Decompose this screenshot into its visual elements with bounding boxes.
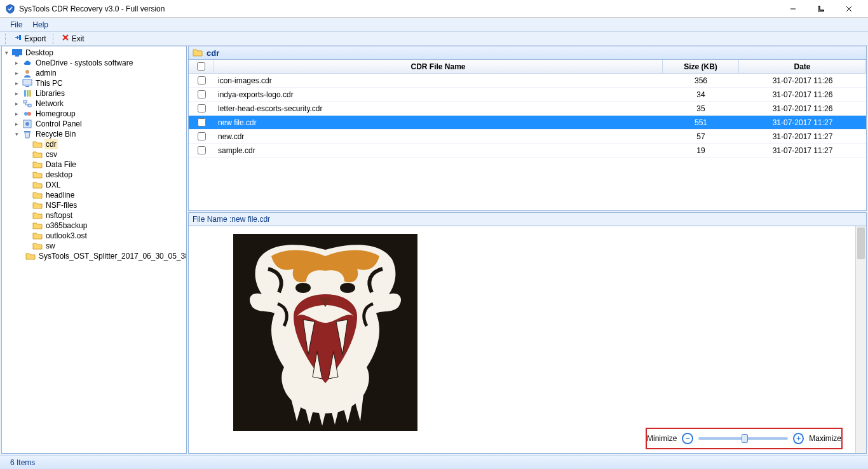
folder-icon bbox=[193, 48, 203, 58]
tree-item[interactable]: ▸Network bbox=[13, 99, 186, 109]
svg-point-11 bbox=[25, 70, 29, 74]
tree-folder[interactable]: NSF-files bbox=[24, 200, 186, 210]
row-name: sample.cdr bbox=[214, 146, 663, 155]
tree-folder-label: SysTools_OST_Splitter_2017_06_30_05_38_3… bbox=[37, 251, 187, 261]
svg-rect-6 bbox=[19, 35, 21, 40]
tree-item[interactable]: ▸OneDrive - systools software bbox=[13, 58, 186, 68]
tree-item-icon bbox=[22, 68, 32, 78]
svg-rect-16 bbox=[29, 90, 31, 97]
table-row[interactable]: new file.cdr55131-07-2017 11:27 bbox=[189, 116, 866, 130]
folder-icon bbox=[32, 221, 43, 231]
tree-folder-label: DXL bbox=[44, 180, 62, 190]
row-date: 31-07-2017 11:27 bbox=[739, 132, 866, 141]
tree-root[interactable]: ▾ Desktop bbox=[3, 48, 186, 58]
row-checkbox[interactable] bbox=[198, 76, 206, 85]
toolbar-grip bbox=[5, 34, 8, 44]
export-label: Export bbox=[24, 34, 46, 43]
tree-item-label: OneDrive - systools software bbox=[34, 58, 134, 68]
preview-scrollbar[interactable] bbox=[855, 226, 866, 453]
table-row[interactable]: sample.cdr1931-07-2017 11:27 bbox=[189, 144, 866, 158]
column-checkbox[interactable] bbox=[189, 60, 214, 73]
folder-icon bbox=[32, 139, 43, 149]
table-row[interactable]: letter-head-escorts-security.cdr3531-07-… bbox=[189, 102, 866, 116]
table-row[interactable]: new.cdr5731-07-2017 11:27 bbox=[189, 130, 866, 144]
menu-file[interactable]: File bbox=[5, 19, 27, 31]
zoom-in-button[interactable]: + bbox=[793, 433, 804, 444]
expand-icon[interactable]: ▸ bbox=[13, 60, 20, 67]
tree-folder-label: desktop bbox=[44, 170, 74, 180]
zoom-max-label: Maximize bbox=[809, 434, 841, 443]
row-checkbox-cell bbox=[189, 76, 214, 85]
tree-folder[interactable]: Data File bbox=[24, 160, 186, 170]
tree-folder[interactable]: desktop bbox=[24, 170, 186, 180]
folder-tree[interactable]: ▾ Desktop ▸OneDrive - systools software▸… bbox=[1, 46, 187, 454]
tree-item-label: This PC bbox=[34, 78, 64, 88]
export-button[interactable]: Export bbox=[10, 34, 50, 43]
folder-icon bbox=[25, 251, 36, 261]
file-list: CDR File Name Size (KB) Date icon-images… bbox=[188, 60, 867, 211]
recycle-bin-icon bbox=[22, 129, 32, 139]
select-all-checkbox[interactable] bbox=[197, 62, 205, 71]
tree-item-label: Control Panel bbox=[34, 119, 83, 129]
row-checkbox[interactable] bbox=[198, 132, 206, 140]
expand-icon[interactable]: ▸ bbox=[13, 90, 20, 97]
tree-folder[interactable]: csv bbox=[24, 149, 186, 160]
expand-icon[interactable]: ▸ bbox=[13, 100, 20, 107]
zoom-slider-thumb[interactable] bbox=[742, 434, 748, 443]
expand-icon[interactable]: ▸ bbox=[13, 80, 20, 87]
column-size[interactable]: Size (KB) bbox=[663, 60, 739, 73]
row-checkbox[interactable] bbox=[198, 146, 206, 154]
row-checkbox[interactable] bbox=[198, 90, 206, 99]
folder-icon bbox=[32, 180, 43, 190]
tree-item[interactable]: ▸Homegroup bbox=[13, 109, 186, 119]
column-date[interactable]: Date bbox=[739, 60, 866, 73]
tree-folder[interactable]: headline bbox=[24, 190, 186, 200]
row-checkbox[interactable] bbox=[198, 118, 206, 126]
expand-icon[interactable]: ▸ bbox=[13, 111, 20, 118]
row-checkbox[interactable] bbox=[198, 104, 206, 112]
tree-folder[interactable]: o365backup bbox=[24, 221, 186, 231]
tree-item-label: Libraries bbox=[34, 88, 66, 99]
collapse-icon[interactable]: ▾ bbox=[13, 131, 20, 138]
tree-item-icon bbox=[22, 78, 32, 88]
tree-item[interactable]: ▸Libraries bbox=[13, 88, 186, 99]
close-button[interactable] bbox=[835, 0, 863, 18]
preview-image bbox=[233, 234, 417, 431]
tree-folder-label: Data File bbox=[44, 160, 78, 170]
zoom-min-label: Minimize bbox=[647, 434, 677, 443]
tree-recycle-bin[interactable]: ▾ Recycle Bin bbox=[13, 129, 186, 139]
maximize-button[interactable] bbox=[807, 0, 835, 18]
tree-item-icon bbox=[22, 88, 32, 99]
tree-folder-label: NSF-files bbox=[44, 200, 78, 210]
row-date: 31-07-2017 11:26 bbox=[739, 104, 866, 113]
exit-button[interactable]: Exit bbox=[58, 34, 88, 43]
tree-folder-label: nsftopst bbox=[44, 210, 74, 221]
svg-rect-15 bbox=[27, 90, 29, 97]
tree-folder[interactable]: SysTools_OST_Splitter_2017_06_30_05_38_3… bbox=[24, 251, 186, 261]
table-row[interactable]: icon-images.cdr35631-07-2017 11:26 bbox=[189, 74, 866, 88]
svg-rect-23 bbox=[24, 131, 31, 132]
table-row[interactable]: indya-exports-logo.cdr3431-07-2017 11:26 bbox=[189, 88, 866, 102]
svg-rect-14 bbox=[24, 90, 26, 97]
column-name[interactable]: CDR File Name bbox=[214, 60, 663, 73]
tree-item[interactable]: ▸This PC bbox=[13, 78, 186, 88]
menu-help[interactable]: Help bbox=[27, 19, 53, 31]
tree-folder[interactable]: DXL bbox=[24, 180, 186, 190]
zoom-slider[interactable] bbox=[698, 437, 789, 440]
tree-item-icon bbox=[22, 109, 32, 119]
expand-icon[interactable]: ▸ bbox=[13, 121, 20, 128]
svg-rect-17 bbox=[24, 100, 27, 103]
tree-folder[interactable]: sw bbox=[24, 241, 186, 251]
zoom-out-button[interactable]: − bbox=[682, 433, 693, 444]
tree-folder[interactable]: cdr bbox=[24, 139, 186, 149]
expand-icon[interactable]: ▸ bbox=[13, 70, 20, 77]
collapse-icon[interactable]: ▾ bbox=[3, 50, 10, 57]
tree-item[interactable]: ▸admin bbox=[13, 68, 186, 78]
status-items: 6 Items bbox=[10, 458, 35, 467]
tree-item[interactable]: ▸Control Panel bbox=[13, 119, 186, 129]
scrollbar-thumb[interactable] bbox=[857, 228, 865, 259]
tree-folder[interactable]: outlook3.ost bbox=[24, 231, 186, 241]
minimize-button[interactable] bbox=[779, 0, 807, 18]
app-icon bbox=[5, 4, 15, 14]
tree-folder[interactable]: nsftopst bbox=[24, 210, 186, 221]
